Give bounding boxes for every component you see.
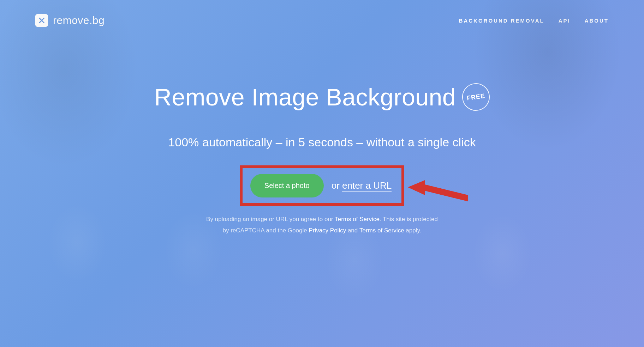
logo[interactable]: remove.bg	[35, 14, 105, 27]
hero: Remove Image Background FREE 100% automa…	[0, 83, 644, 237]
legal-apply: apply.	[404, 227, 422, 234]
url-entry-text: or enter a URL	[332, 180, 392, 191]
logo-icon	[35, 14, 48, 27]
brand-text: remove.bg	[53, 14, 105, 26]
legal-and: and	[346, 227, 359, 234]
legal-text: By uploading an image or URL you agree t…	[0, 214, 644, 237]
header: remove.bg BACKGROUND REMOVAL API ABOUT	[0, 0, 644, 27]
page-title: Remove Image Background	[154, 83, 456, 111]
annotation-arrow-icon	[408, 180, 471, 212]
nav-background-removal[interactable]: BACKGROUND REMOVAL	[459, 18, 544, 24]
x-icon	[38, 17, 46, 24]
legal-part2: . This site is protected	[380, 216, 438, 223]
annotation-highlight-box: Select a photo or enter a URL	[240, 165, 404, 206]
svg-marker-2	[408, 180, 468, 201]
privacy-policy-link[interactable]: Privacy Policy	[309, 227, 346, 234]
subtitle: 100% automatically – in 5 seconds – with…	[0, 135, 644, 149]
terms-of-service-link[interactable]: Terms of Service	[335, 216, 380, 223]
title-row: Remove Image Background FREE	[154, 83, 490, 111]
terms-of-service-link-2[interactable]: Terms of Service	[359, 227, 404, 234]
legal-part3: by reCAPTCHA and the Google	[223, 227, 309, 234]
cta-zone: Select a photo or enter a URL	[240, 165, 404, 206]
enter-url-link[interactable]: enter a URL	[342, 180, 392, 192]
or-text: or	[332, 180, 342, 191]
nav-about[interactable]: ABOUT	[585, 18, 609, 24]
select-photo-button[interactable]: Select a photo	[250, 174, 324, 197]
legal-part1: By uploading an image or URL you agree t…	[206, 216, 335, 223]
nav-api[interactable]: API	[559, 18, 571, 24]
main-nav: BACKGROUND REMOVAL API ABOUT	[459, 18, 609, 24]
free-badge: FREE	[460, 81, 491, 112]
